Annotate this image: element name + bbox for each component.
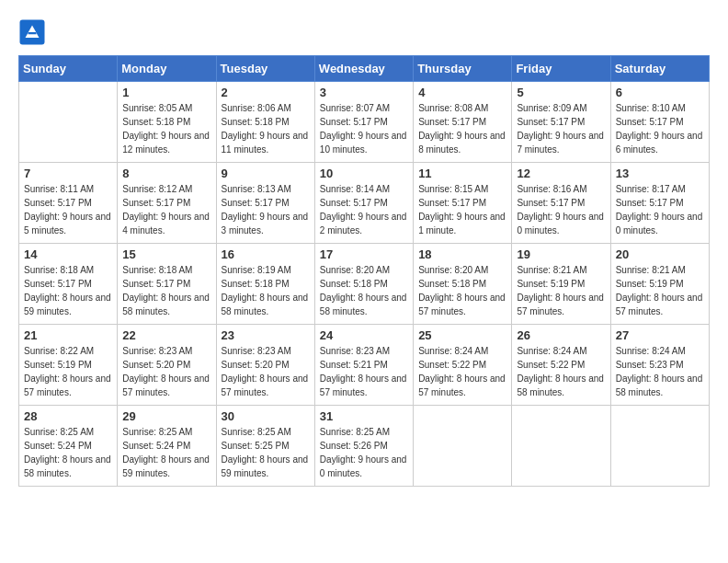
day-info: Sunrise: 8:10 AMSunset: 5:17 PMDaylight:… [616, 101, 704, 156]
calendar-cell: 23Sunrise: 8:23 AMSunset: 5:20 PMDayligh… [216, 325, 314, 406]
weekday-header-wednesday: Wednesday [314, 56, 413, 82]
day-number: 1 [122, 86, 210, 99]
calendar-cell: 6Sunrise: 8:10 AMSunset: 5:17 PMDaylight… [610, 82, 709, 163]
day-info: Sunrise: 8:20 AMSunset: 5:18 PMDaylight:… [418, 263, 506, 318]
weekday-header-thursday: Thursday [414, 56, 512, 82]
week-row-4: 21Sunrise: 8:22 AMSunset: 5:19 PMDayligh… [19, 325, 710, 406]
calendar-cell: 25Sunrise: 8:24 AMSunset: 5:22 PMDayligh… [414, 325, 512, 406]
day-info: Sunrise: 8:07 AMSunset: 5:17 PMDaylight:… [320, 101, 408, 156]
day-info: Sunrise: 8:05 AMSunset: 5:18 PMDaylight:… [122, 101, 210, 156]
week-row-1: 1Sunrise: 8:05 AMSunset: 5:18 PMDaylight… [19, 82, 710, 163]
day-info: Sunrise: 8:24 AMSunset: 5:22 PMDaylight:… [517, 344, 605, 399]
calendar-cell: 9Sunrise: 8:13 AMSunset: 5:17 PMDaylight… [216, 163, 314, 244]
calendar-cell: 8Sunrise: 8:12 AMSunset: 5:17 PMDaylight… [118, 163, 216, 244]
day-info: Sunrise: 8:18 AMSunset: 5:17 PMDaylight:… [24, 263, 112, 318]
day-info: Sunrise: 8:14 AMSunset: 5:17 PMDaylight:… [320, 182, 408, 237]
weekday-header-friday: Friday [512, 56, 610, 82]
day-info: Sunrise: 8:18 AMSunset: 5:17 PMDaylight:… [122, 263, 210, 318]
logo-icon [18, 18, 46, 46]
calendar-table: SundayMondayTuesdayWednesdayThursdayFrid… [18, 55, 710, 487]
day-info: Sunrise: 8:16 AMSunset: 5:17 PMDaylight:… [517, 182, 605, 237]
day-number: 17 [320, 247, 408, 261]
calendar-cell: 30Sunrise: 8:25 AMSunset: 5:25 PMDayligh… [216, 406, 314, 487]
day-info: Sunrise: 8:20 AMSunset: 5:18 PMDaylight:… [320, 263, 408, 318]
calendar-cell: 1Sunrise: 8:05 AMSunset: 5:18 PMDaylight… [118, 82, 216, 163]
svg-rect-2 [28, 32, 37, 34]
calendar-cell: 21Sunrise: 8:22 AMSunset: 5:19 PMDayligh… [19, 325, 118, 406]
day-info: Sunrise: 8:25 AMSunset: 5:24 PMDaylight:… [122, 425, 210, 480]
calendar-cell [19, 82, 118, 163]
day-info: Sunrise: 8:12 AMSunset: 5:17 PMDaylight:… [122, 182, 210, 237]
calendar-cell: 29Sunrise: 8:25 AMSunset: 5:24 PMDayligh… [118, 406, 216, 487]
weekday-header-sunday: Sunday [19, 56, 118, 82]
day-number: 27 [616, 328, 704, 342]
day-number: 31 [320, 409, 408, 423]
day-number: 12 [517, 167, 605, 180]
day-info: Sunrise: 8:21 AMSunset: 5:19 PMDaylight:… [517, 263, 605, 318]
day-number: 9 [222, 167, 310, 180]
calendar-cell: 18Sunrise: 8:20 AMSunset: 5:18 PMDayligh… [414, 244, 512, 325]
day-info: Sunrise: 8:21 AMSunset: 5:19 PMDaylight:… [616, 263, 704, 318]
calendar-body: 1Sunrise: 8:05 AMSunset: 5:18 PMDaylight… [19, 82, 710, 487]
day-info: Sunrise: 8:08 AMSunset: 5:17 PMDaylight:… [418, 101, 506, 156]
day-number: 3 [320, 86, 408, 99]
calendar-cell: 26Sunrise: 8:24 AMSunset: 5:22 PMDayligh… [512, 325, 610, 406]
calendar-cell: 24Sunrise: 8:23 AMSunset: 5:21 PMDayligh… [314, 325, 413, 406]
day-info: Sunrise: 8:23 AMSunset: 5:20 PMDaylight:… [222, 344, 310, 399]
day-number: 26 [517, 328, 605, 342]
day-info: Sunrise: 8:23 AMSunset: 5:21 PMDaylight:… [320, 344, 408, 399]
calendar-cell: 19Sunrise: 8:21 AMSunset: 5:19 PMDayligh… [512, 244, 610, 325]
calendar-header-row: SundayMondayTuesdayWednesdayThursdayFrid… [19, 56, 710, 82]
calendar-cell: 5Sunrise: 8:09 AMSunset: 5:17 PMDaylight… [512, 82, 610, 163]
day-info: Sunrise: 8:09 AMSunset: 5:17 PMDaylight:… [517, 101, 605, 156]
weekday-header-saturday: Saturday [610, 56, 709, 82]
day-number: 7 [24, 167, 112, 180]
day-info: Sunrise: 8:17 AMSunset: 5:17 PMDaylight:… [616, 182, 704, 237]
day-info: Sunrise: 8:19 AMSunset: 5:18 PMDaylight:… [222, 263, 310, 318]
calendar-cell: 2Sunrise: 8:06 AMSunset: 5:18 PMDaylight… [216, 82, 314, 163]
day-info: Sunrise: 8:24 AMSunset: 5:22 PMDaylight:… [418, 344, 506, 399]
day-number: 11 [418, 167, 506, 180]
calendar-cell: 15Sunrise: 8:18 AMSunset: 5:17 PMDayligh… [118, 244, 216, 325]
weekday-header-monday: Monday [118, 56, 216, 82]
day-number: 24 [320, 328, 408, 342]
calendar-cell: 22Sunrise: 8:23 AMSunset: 5:20 PMDayligh… [118, 325, 216, 406]
day-number: 22 [122, 328, 210, 342]
day-number: 10 [320, 167, 408, 180]
day-info: Sunrise: 8:25 AMSunset: 5:26 PMDaylight:… [320, 425, 408, 480]
day-info: Sunrise: 8:06 AMSunset: 5:18 PMDaylight:… [222, 101, 310, 156]
day-info: Sunrise: 8:22 AMSunset: 5:19 PMDaylight:… [24, 344, 112, 399]
day-number: 29 [122, 409, 210, 423]
calendar-cell: 10Sunrise: 8:14 AMSunset: 5:17 PMDayligh… [314, 163, 413, 244]
calendar-cell: 27Sunrise: 8:24 AMSunset: 5:23 PMDayligh… [610, 325, 709, 406]
page-header [18, 18, 710, 46]
logo [18, 18, 50, 46]
day-number: 6 [616, 86, 704, 99]
calendar-cell: 7Sunrise: 8:11 AMSunset: 5:17 PMDaylight… [19, 163, 118, 244]
day-number: 5 [517, 86, 605, 99]
day-number: 19 [517, 247, 605, 261]
day-info: Sunrise: 8:25 AMSunset: 5:25 PMDaylight:… [222, 425, 310, 480]
day-number: 25 [418, 328, 506, 342]
day-info: Sunrise: 8:24 AMSunset: 5:23 PMDaylight:… [616, 344, 704, 399]
day-info: Sunrise: 8:13 AMSunset: 5:17 PMDaylight:… [222, 182, 310, 237]
day-number: 21 [24, 328, 112, 342]
day-info: Sunrise: 8:25 AMSunset: 5:24 PMDaylight:… [24, 425, 112, 480]
day-number: 14 [24, 247, 112, 261]
day-number: 23 [222, 328, 310, 342]
day-number: 2 [222, 86, 310, 99]
day-info: Sunrise: 8:11 AMSunset: 5:17 PMDaylight:… [24, 182, 112, 237]
day-number: 13 [616, 167, 704, 180]
calendar-cell [610, 406, 709, 487]
weekday-header-tuesday: Tuesday [216, 56, 314, 82]
calendar-cell: 4Sunrise: 8:08 AMSunset: 5:17 PMDaylight… [414, 82, 512, 163]
day-number: 16 [222, 247, 310, 261]
calendar-cell: 31Sunrise: 8:25 AMSunset: 5:26 PMDayligh… [314, 406, 413, 487]
calendar-cell: 13Sunrise: 8:17 AMSunset: 5:17 PMDayligh… [610, 163, 709, 244]
calendar-cell: 16Sunrise: 8:19 AMSunset: 5:18 PMDayligh… [216, 244, 314, 325]
day-info: Sunrise: 8:15 AMSunset: 5:17 PMDaylight:… [418, 182, 506, 237]
calendar-cell: 20Sunrise: 8:21 AMSunset: 5:19 PMDayligh… [610, 244, 709, 325]
calendar-cell: 12Sunrise: 8:16 AMSunset: 5:17 PMDayligh… [512, 163, 610, 244]
day-number: 18 [418, 247, 506, 261]
week-row-2: 7Sunrise: 8:11 AMSunset: 5:17 PMDaylight… [19, 163, 710, 244]
